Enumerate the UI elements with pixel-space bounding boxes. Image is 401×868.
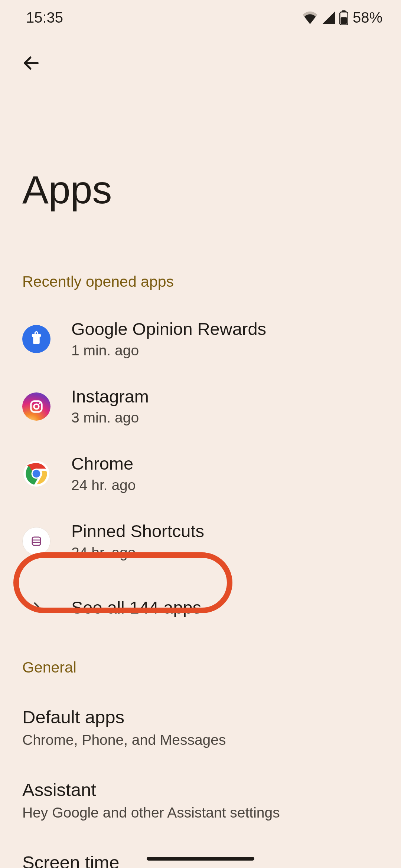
app-subtext: 24 hr. ago [71, 545, 379, 561]
app-subtext: 24 hr. ago [71, 477, 379, 493]
app-icon-chrome [22, 460, 50, 488]
setting-screen-time[interactable]: Screen time 3 minutes today [0, 836, 401, 868]
svg-rect-2 [341, 17, 347, 24]
recent-app-row[interactable]: Instagram 3 min. ago [0, 373, 401, 440]
app-subtext: 3 min. ago [71, 410, 379, 426]
setting-title: Default apps [22, 707, 379, 727]
status-time: 15:35 [26, 9, 63, 26]
app-name: Chrome [71, 454, 379, 473]
app-name: Instagram [71, 387, 379, 406]
chevron-right-icon [30, 601, 43, 615]
app-icon-instagram [22, 392, 50, 421]
wifi-icon [302, 11, 318, 24]
app-name: Google Opinion Rewards [71, 319, 379, 339]
battery-percentage: 58% [353, 9, 382, 26]
recent-app-row[interactable]: Google Opinion Rewards 1 min. ago [0, 305, 401, 373]
see-all-label: See all 144 apps [71, 597, 201, 618]
svg-point-7 [39, 402, 41, 404]
see-all-apps[interactable]: See all 144 apps [0, 575, 401, 640]
battery-icon [339, 10, 348, 25]
setting-subtext: Hey Google and other Assistant settings [22, 805, 379, 821]
recent-app-row[interactable]: Chrome 24 hr. ago [0, 440, 401, 507]
arrow-left-icon [22, 53, 41, 74]
back-button[interactable] [16, 49, 46, 78]
gesture-nav-bar[interactable] [147, 857, 254, 861]
setting-assistant[interactable]: Assistant Hey Google and other Assistant… [0, 764, 401, 836]
status-indicators: 58% [302, 9, 382, 26]
status-bar: 15:35 58% [0, 0, 401, 35]
app-icon-google-opinion-rewards [22, 325, 50, 353]
setting-subtext: Chrome, Phone, and Messages [22, 732, 379, 748]
app-icon-pinned-shortcuts [22, 527, 50, 555]
toolbar [0, 35, 401, 78]
app-subtext: 1 min. ago [71, 342, 379, 359]
svg-point-10 [33, 470, 40, 478]
setting-title: Assistant [22, 779, 379, 800]
setting-default-apps[interactable]: Default apps Chrome, Phone, and Messages [0, 691, 401, 764]
section-header-general: General [0, 640, 401, 691]
section-header-recent: Recently opened apps [0, 268, 401, 305]
svg-point-6 [34, 404, 39, 409]
svg-rect-11 [32, 537, 40, 545]
app-name: Pinned Shortcuts [71, 522, 379, 541]
page-title: Apps [0, 78, 401, 268]
cellular-icon [322, 11, 335, 24]
recent-app-row[interactable]: Pinned Shortcuts 24 hr. ago [0, 507, 401, 575]
